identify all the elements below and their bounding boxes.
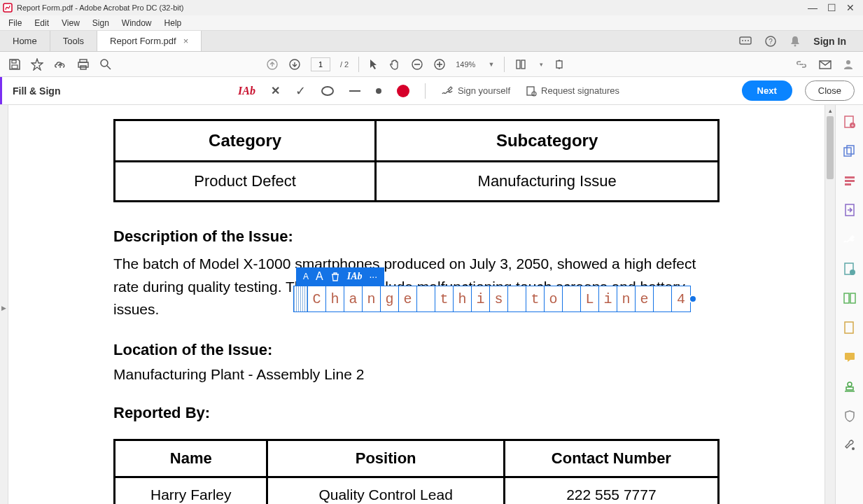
category-header: Category	[115, 120, 376, 162]
protect-icon[interactable]	[843, 409, 857, 423]
link-share-icon[interactable]	[794, 59, 808, 70]
comb-cell[interactable]: n	[363, 286, 381, 312]
menu-edit[interactable]: Edit	[29, 17, 55, 29]
line-tool[interactable]	[349, 90, 360, 92]
maximize-button[interactable]: ☐	[827, 2, 836, 13]
zoom-out-icon[interactable]	[411, 58, 423, 71]
hand-tool-icon[interactable]	[388, 58, 401, 71]
comb-cells[interactable]: ChangethistoLine4	[293, 286, 691, 312]
scroll-mode-icon[interactable]	[553, 58, 566, 71]
scroll-up-button[interactable]: ▴	[825, 105, 835, 116]
zoom-dropdown-icon[interactable]: ▼	[488, 61, 494, 68]
increase-text-size-button[interactable]: A	[316, 270, 323, 283]
zoom-level-label[interactable]: 149%	[456, 60, 475, 69]
fill-sign-title: Fill & Sign	[13, 85, 60, 97]
circle-tool[interactable]	[321, 86, 334, 96]
fill-sign-rail-icon[interactable]	[843, 232, 857, 246]
comb-cell[interactable]: C	[308, 286, 326, 312]
organize-pages-icon[interactable]	[843, 291, 857, 305]
comb-cell[interactable]: h	[326, 286, 344, 312]
comb-cell[interactable]: o	[545, 286, 563, 312]
comb-cell[interactable]	[563, 286, 581, 312]
comb-cell[interactable]: t	[435, 286, 454, 312]
comb-cell[interactable]: s	[490, 286, 508, 312]
comb-cell[interactable]: g	[381, 286, 399, 312]
decrease-text-size-button[interactable]: A	[303, 272, 309, 281]
sign-in-button[interactable]: Sign In	[813, 36, 846, 47]
comb-cell[interactable]	[294, 286, 308, 312]
checkmark-tool[interactable]: ✓	[295, 83, 306, 99]
page-up-icon[interactable]	[266, 58, 279, 71]
dot-tool[interactable]	[376, 88, 381, 94]
email-icon[interactable]	[818, 59, 832, 70]
fit-width-icon[interactable]	[514, 58, 527, 71]
comb-cell[interactable]: e	[636, 286, 654, 312]
comb-cell[interactable]: n	[617, 286, 636, 312]
comment-icon[interactable]	[843, 350, 857, 364]
chat-icon[interactable]	[739, 35, 752, 48]
name-header: Name	[115, 440, 267, 477]
selection-tool-icon[interactable]	[369, 58, 379, 71]
edit-pdf-icon[interactable]	[843, 174, 857, 188]
stamp-icon[interactable]	[843, 379, 857, 393]
expand-panel-icon[interactable]: ▶	[1, 304, 6, 312]
vertical-scrollbar[interactable]: ▴	[825, 105, 835, 504]
svg-rect-35	[845, 180, 855, 182]
cloud-up-icon[interactable]	[53, 58, 67, 71]
request-esign-icon[interactable]	[843, 262, 857, 276]
print-icon[interactable]	[77, 58, 90, 71]
minimize-button[interactable]: —	[808, 2, 818, 13]
sign-yourself-button[interactable]: Sign yourself	[441, 85, 510, 97]
tab-tools[interactable]: Tools	[50, 31, 97, 51]
page-number-input[interactable]: 1	[311, 57, 330, 71]
close-button[interactable]: Close	[805, 80, 855, 101]
document-viewport[interactable]: Category Subcategory Product Defect Manu…	[8, 105, 825, 504]
comb-cell[interactable]	[417, 286, 435, 312]
page-down-icon[interactable]	[288, 58, 301, 71]
delete-field-icon[interactable]	[330, 272, 340, 281]
tab-close-icon[interactable]: ×	[183, 36, 189, 46]
comb-cell[interactable]: a	[344, 286, 363, 312]
request-signatures-button[interactable]: Request signatures	[526, 85, 619, 97]
menu-file[interactable]: File	[3, 17, 27, 29]
combine-files-icon[interactable]	[843, 144, 857, 158]
bell-icon[interactable]	[790, 35, 801, 48]
next-button[interactable]: Next	[742, 80, 792, 101]
left-panel-gutter[interactable]: ▶	[0, 105, 8, 504]
fit-dropdown-icon[interactable]: ▾	[540, 61, 543, 68]
tab-document[interactable]: Report Form.pdf ×	[97, 31, 202, 51]
menu-help[interactable]: Help	[159, 17, 188, 29]
close-window-button[interactable]: ✕	[846, 2, 855, 13]
comb-cell[interactable]: t	[526, 286, 545, 312]
tab-home[interactable]: Home	[0, 31, 50, 51]
color-tool[interactable]	[397, 85, 409, 97]
comb-cell[interactable]	[654, 286, 672, 312]
more-tools-icon[interactable]	[843, 438, 857, 452]
text-style-button[interactable]: IAb	[347, 271, 363, 282]
comb-resize-handle[interactable]	[689, 295, 697, 303]
comb-cell[interactable]: 4	[672, 286, 690, 312]
comb-cell[interactable]: L	[581, 286, 599, 312]
compress-pdf-icon[interactable]	[843, 321, 857, 335]
comb-cell[interactable]: h	[454, 286, 472, 312]
zoom-in-icon[interactable]	[433, 58, 446, 71]
comb-text-field[interactable]: A A IAb ··· ChangethistoLine4	[293, 267, 691, 312]
export-pdf-icon[interactable]	[843, 203, 857, 217]
menu-view[interactable]: View	[56, 17, 85, 29]
scroll-thumb[interactable]	[827, 116, 834, 179]
cross-tool[interactable]: ✕	[271, 84, 280, 97]
comb-cell[interactable]	[508, 286, 526, 312]
more-options-button[interactable]: ···	[369, 271, 377, 282]
menu-sign[interactable]: Sign	[87, 17, 115, 29]
comb-cell[interactable]: e	[399, 286, 417, 312]
search-icon[interactable]	[99, 58, 112, 71]
save-icon[interactable]	[8, 58, 21, 71]
add-text-tool[interactable]: IAb	[238, 85, 255, 97]
menu-window[interactable]: Window	[116, 17, 157, 29]
create-pdf-icon[interactable]: +	[843, 115, 857, 129]
person-icon[interactable]	[842, 58, 855, 71]
star-icon[interactable]	[31, 58, 43, 71]
help-icon[interactable]: ?	[764, 35, 777, 48]
comb-cell[interactable]: i	[472, 286, 490, 312]
comb-cell[interactable]: i	[599, 286, 617, 312]
